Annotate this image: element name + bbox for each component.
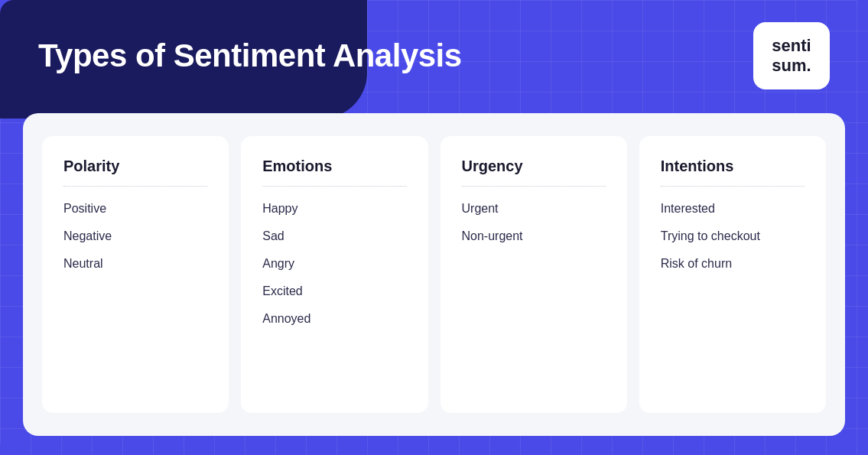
logo-text: sentisum. (772, 36, 811, 75)
card-items-emotions: HappySadAngryExcitedAnnoyed (262, 202, 406, 326)
card-items-urgency: UrgentNon-urgent (462, 202, 606, 243)
card-divider-urgency (462, 186, 606, 187)
list-item: Positive (63, 202, 207, 216)
list-item: Neutral (63, 257, 207, 271)
card-items-intentions: InterestedTrying to checkoutRisk of chur… (661, 202, 805, 271)
list-item: Urgent (462, 202, 606, 216)
page-title: Types of Sentiment Analysis (38, 37, 462, 74)
list-item: Non-urgent (462, 229, 606, 243)
list-item: Negative (63, 229, 207, 243)
list-item: Excited (262, 284, 406, 298)
card-polarity: PolarityPositiveNegativeNeutral (42, 136, 229, 413)
card-divider-emotions (262, 186, 406, 187)
list-item: Trying to checkout (661, 229, 805, 243)
list-item: Sad (262, 229, 406, 243)
card-title-intentions: Intentions (661, 158, 805, 175)
content-area: PolarityPositiveNegativeNeutralEmotionsH… (23, 113, 845, 436)
list-item: Angry (262, 257, 406, 271)
card-divider-polarity (63, 186, 207, 187)
card-urgency: UrgencyUrgentNon-urgent (441, 136, 627, 413)
card-divider-intentions (661, 186, 805, 187)
card-intentions: IntentionsInterestedTrying to checkoutRi… (639, 136, 826, 413)
card-title-urgency: Urgency (462, 158, 606, 175)
card-title-emotions: Emotions (262, 158, 406, 175)
list-item: Interested (661, 202, 805, 216)
header: Types of Sentiment Analysis sentisum. (0, 0, 868, 111)
card-title-polarity: Polarity (63, 158, 207, 175)
list-item: Annoyed (262, 312, 406, 326)
logo: sentisum. (753, 22, 830, 89)
card-items-polarity: PositiveNegativeNeutral (63, 202, 207, 271)
list-item: Risk of churn (661, 257, 805, 271)
list-item: Happy (262, 202, 406, 216)
card-emotions: EmotionsHappySadAngryExcitedAnnoyed (241, 136, 427, 413)
page-container: Types of Sentiment Analysis sentisum. Po… (0, 0, 868, 455)
